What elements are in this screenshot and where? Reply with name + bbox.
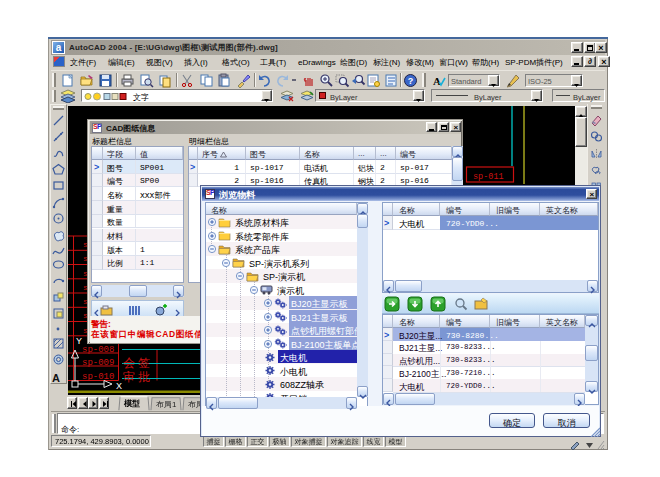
svg-text:sp-011: sp-011 (473, 172, 504, 182)
svg-text:会签: 会签 (123, 356, 153, 370)
svg-text:sp-010: sp-010 (82, 372, 114, 382)
svg-text:A: A (433, 75, 441, 87)
svg-text:sp-009: sp-009 (82, 358, 114, 368)
svg-text:?: ? (408, 76, 414, 86)
svg-text:Y: Y (76, 336, 82, 346)
svg-text:sp-008: sp-008 (82, 345, 114, 355)
svg-text:审批: 审批 (123, 370, 153, 384)
svg-text:X: X (116, 381, 122, 391)
